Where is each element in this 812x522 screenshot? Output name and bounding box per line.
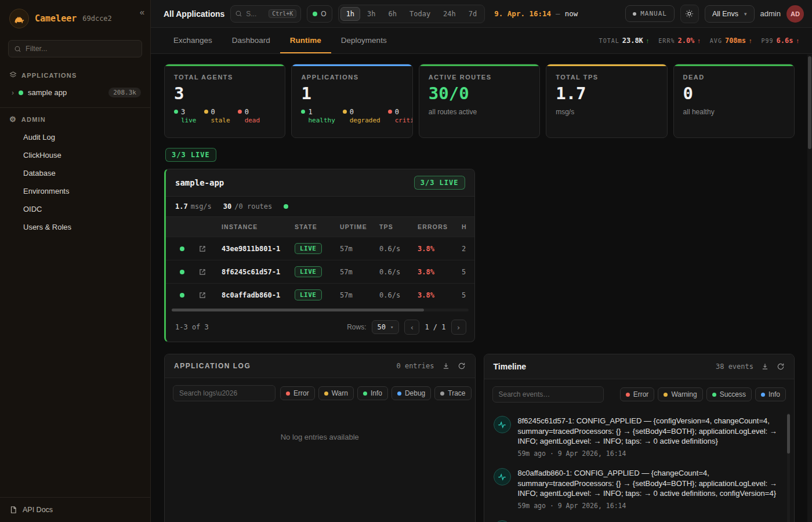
global-search[interactable]: S... Ctrl+K	[230, 5, 301, 23]
applications-section-label: APPLICATIONS	[21, 72, 77, 79]
application-live-badge: 3/3 LIVE	[414, 176, 465, 190]
timeline-scrollbar-thumb[interactable]	[787, 414, 790, 454]
download-icon[interactable]	[442, 362, 450, 370]
level-filter-chip[interactable]: Error	[280, 386, 315, 400]
user-name: admin	[760, 9, 781, 18]
col-uptime: UPTIME	[340, 223, 379, 230]
applications-section-header: APPLICATIONS	[0, 67, 150, 84]
level-filter-chip[interactable]: Trace	[434, 386, 471, 400]
horizontal-scrollbar[interactable]	[172, 309, 469, 311]
timeline-events-list: 8f6245c61d57-1: CONFIG_APPLIED — {config…	[484, 409, 795, 522]
event-body: 8f6245c61d57-1: CONFIG_APPLIED — {config…	[518, 416, 782, 458]
instance-table-row[interactable]: 43ee9811b801-1 LIVE 57m 0.6/s 3.8% 2	[166, 237, 474, 260]
stat-card-value: 30/0	[429, 84, 530, 103]
sidebar-item-sample-app[interactable]: › sample app 208.3k	[0, 84, 150, 102]
api-docs-link[interactable]: API Docs	[0, 497, 150, 522]
time-range-button[interactable]: 7d	[463, 7, 483, 21]
api-docs-label: API Docs	[23, 506, 53, 514]
instance-table-body: 43ee9811b801-1 LIVE 57m 0.6/s 3.8% 2 8f6…	[166, 237, 474, 306]
app-status-dot	[19, 90, 23, 95]
time-range-button[interactable]: 6h	[383, 7, 403, 21]
online-status-toggle[interactable]: O	[307, 5, 332, 23]
online-label: O	[321, 10, 326, 18]
level-filter-chip[interactable]: Error	[620, 387, 655, 401]
external-link-icon[interactable]	[196, 245, 222, 253]
sidebar-admin-item[interactable]: OIDC	[0, 200, 150, 218]
breakdown-item: 0 criti	[388, 108, 413, 125]
page-scrollbar[interactable]	[807, 55, 812, 522]
tab-deployments[interactable]: Deployments	[331, 28, 397, 53]
level-filter-chip[interactable]: Warn	[318, 386, 354, 400]
rows-per-page-select[interactable]: 50 ▾	[372, 320, 400, 334]
table-footer: 1-3 of 3 Rows: 50 ▾ ‹ 1 / 1 ›	[166, 314, 474, 342]
stat-card-accent-bar	[546, 64, 666, 66]
next-page-button[interactable]: ›	[451, 320, 466, 335]
sidebar-admin-item[interactable]: Users & Roles	[0, 218, 150, 236]
header-metric: TOTAL 23.8K ↑	[599, 37, 650, 45]
sidebar-admin-item[interactable]: Environments	[0, 182, 150, 200]
breakdown-text: 3 live	[181, 108, 197, 125]
timeline-event[interactable]: 8c0affadb860-1: CONFIG_APPLIED — {change…	[494, 463, 782, 515]
sidebar-admin-item[interactable]: ClickHouse	[0, 146, 150, 164]
instance-table-row[interactable]: 8f6245c61d57-1 LIVE 57m 0.6/s 3.8% 5	[166, 260, 474, 283]
chip-label: Success	[720, 390, 746, 398]
app-routes-suffix: /0 routes	[234, 202, 272, 211]
external-link-icon[interactable]	[196, 291, 222, 299]
tab-runtime[interactable]: Runtime	[280, 28, 331, 53]
stat-card-value: 3	[174, 84, 276, 103]
refresh-icon[interactable]	[458, 362, 466, 370]
prev-page-button[interactable]: ‹	[404, 320, 419, 335]
timeline-scrollbar[interactable]	[787, 413, 790, 522]
application-log-panel: APPLICATION LOG 0 entries Error	[164, 354, 476, 522]
tabs-list: ExchangesDashboardRuntimeDeployments	[164, 28, 397, 53]
time-range-button[interactable]: 24h	[437, 7, 462, 21]
time-window[interactable]: 9. Apr. 16:14 — now	[494, 9, 578, 18]
user-avatar[interactable]: AD	[786, 5, 804, 23]
activity-icon	[494, 468, 511, 485]
level-filter-chip[interactable]: Info	[357, 386, 388, 400]
download-icon[interactable]	[761, 362, 769, 371]
timeline-event[interactable]: 43ee9811b801-1: CONFIG_APPLIED — {change…	[494, 515, 782, 522]
filter-input[interactable]	[26, 45, 136, 53]
status-dot	[301, 110, 305, 114]
time-range-button[interactable]: 3h	[361, 7, 381, 21]
page-scrollbar-thumb[interactable]	[808, 56, 811, 149]
header-metric: AVG 708ms ↑	[710, 37, 752, 45]
level-dot-icon	[626, 393, 630, 397]
time-range-group: 1h3h6hToday24h7d	[338, 5, 485, 23]
instance-table-row[interactable]: 8c0affadb860-1 LIVE 57m 0.6/s 3.8% 5	[166, 283, 474, 306]
level-filter-chip[interactable]: Debug	[392, 386, 431, 400]
external-link-icon[interactable]	[196, 268, 222, 276]
horizontal-scrollbar-thumb[interactable]	[172, 309, 424, 311]
metric-label: P99	[762, 38, 774, 44]
theme-toggle-button[interactable]	[680, 5, 699, 23]
tab-exchanges[interactable]: Exchanges	[164, 28, 222, 53]
time-range-button[interactable]: Today	[404, 7, 436, 21]
log-search-input[interactable]	[173, 385, 276, 401]
rows-per-page-label: Rows:	[347, 323, 366, 331]
header-metric: ERR% 2.0% ↑	[658, 37, 701, 45]
breakdown-label: live	[181, 117, 197, 125]
level-filter-chip[interactable]: Success	[706, 387, 752, 401]
breakdown-text: 0 dead	[245, 108, 260, 125]
time-range-button[interactable]: 1h	[340, 7, 360, 21]
tab-dashboard[interactable]: Dashboard	[222, 28, 280, 53]
stat-card-subtext: all healthy	[683, 108, 785, 116]
timeline-search-input[interactable]	[492, 386, 604, 403]
environment-select[interactable]: All Envs ▾	[705, 5, 755, 23]
timeline-event[interactable]: 8f6245c61d57-1: CONFIG_APPLIED — {config…	[494, 411, 782, 463]
sidebar-admin-item[interactable]: Audit Log	[0, 128, 150, 146]
sidebar-admin-item-label: Audit Log	[23, 133, 55, 142]
log-panel-header: APPLICATION LOG 0 entries	[165, 354, 475, 378]
level-filter-chip[interactable]: Info	[755, 387, 786, 401]
refresh-icon[interactable]	[777, 362, 785, 371]
status-dot	[238, 110, 242, 114]
gear-icon: ⚙	[9, 115, 17, 124]
sidebar-admin-item[interactable]: Database	[0, 164, 150, 182]
online-status-dot	[313, 12, 317, 16]
status-dot	[343, 110, 347, 114]
sidebar-collapse-button[interactable]: «	[140, 7, 144, 17]
refresh-mode-button[interactable]: MANUAL	[625, 5, 675, 22]
level-filter-chip[interactable]: Warning	[658, 387, 702, 401]
search-placeholder-text: S...	[246, 10, 265, 18]
